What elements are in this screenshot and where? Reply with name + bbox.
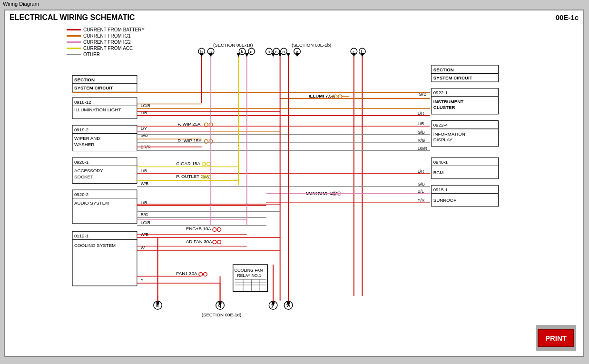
svg-marker-180: [286, 53, 290, 57]
svg-text:LG/R: LG/R: [418, 146, 427, 151]
svg-text:P. OUTLET 15A: P. OUTLET 15A: [176, 174, 209, 179]
svg-text:SOCKET: SOCKET: [74, 174, 93, 179]
svg-text:CIGAR 15A: CIGAR 15A: [176, 161, 200, 166]
svg-text:L/Y: L/Y: [141, 126, 147, 131]
svg-text:BCM: BCM: [433, 170, 444, 175]
svg-text:Y: Y: [141, 278, 144, 283]
svg-text:FAN1 30A: FAN1 30A: [176, 271, 197, 276]
svg-marker-178: [271, 53, 275, 57]
svg-point-149: [213, 240, 216, 244]
svg-text:n: n: [275, 49, 277, 54]
svg-text:o: o: [267, 49, 270, 54]
svg-text:L/R: L/R: [418, 169, 424, 174]
svg-text:AD FAN 30A: AD FAN 30A: [186, 239, 212, 244]
svg-text:0112-1: 0112-1: [74, 233, 88, 238]
svg-text:INFORMATION: INFORMATION: [433, 131, 465, 137]
svg-text:LG/R: LG/R: [141, 220, 150, 225]
svg-text:SUNROOF: SUNROOF: [433, 197, 457, 203]
svg-text:0920-2: 0920-2: [74, 192, 88, 197]
svg-marker-179: [278, 53, 282, 57]
svg-text:0919-2: 0919-2: [74, 127, 88, 132]
svg-text:SYSTEM CIRCUIT: SYSTEM CIRCUIT: [433, 75, 472, 80]
svg-text:G/B: G/B: [419, 91, 427, 97]
svg-text:SYSTEM CIRCUIT: SYSTEM CIRCUIT: [74, 85, 113, 90]
svg-text:ILLUMINATION LIGHT: ILLUMINATION LIGHT: [74, 107, 121, 112]
svg-marker-182: [352, 53, 356, 57]
svg-text:L/B: L/B: [141, 168, 147, 173]
svg-point-119: [202, 162, 206, 166]
print-button[interactable]: PRINT: [538, 329, 574, 347]
svg-text:W/B: W/B: [141, 181, 149, 186]
svg-text:SECTION: SECTION: [433, 67, 454, 72]
svg-text:WIPER AND: WIPER AND: [74, 136, 100, 141]
svg-text:0920-1: 0920-1: [74, 159, 88, 165]
svg-text:SUNROOF 20A: SUNROOF 20A: [306, 190, 339, 196]
svg-text:AUDIO SYSTEM: AUDIO SYSTEM: [74, 200, 109, 206]
svg-text:SECTION: SECTION: [74, 77, 95, 82]
svg-point-145: [217, 228, 221, 232]
svg-marker-175: [209, 53, 213, 57]
svg-point-155: [204, 273, 207, 276]
page-title-text: Wiring Diagram: [3, 1, 39, 7]
svg-text:(SECTION 00E-1b): (SECTION 00E-1b): [292, 42, 331, 48]
svg-text:ACCESSORY: ACCESSORY: [74, 168, 103, 173]
svg-text:DISPLAY: DISPLAY: [433, 137, 453, 142]
svg-text:WASHER: WASHER: [74, 142, 94, 147]
svg-text:COOLING FAN: COOLING FAN: [235, 268, 263, 273]
svg-text:B/L: B/L: [418, 189, 424, 194]
svg-text:ILLUMI 7.5A: ILLUMI 7.5A: [309, 93, 335, 98]
svg-point-154: [199, 273, 203, 276]
svg-text:c: c: [250, 49, 253, 54]
svg-marker-176: [236, 53, 240, 57]
svg-text:L/R: L/R: [418, 111, 424, 116]
svg-text:0940-1: 0940-1: [433, 159, 448, 165]
svg-marker-183: [360, 53, 364, 57]
svg-text:INSTRUMENT: INSTRUMENT: [433, 99, 464, 104]
wiring-diagram-svg: SECTION SYSTEM CIRCUIT 0918-12 ILLUMINAT…: [5, 20, 514, 329]
svg-text:R/G: R/G: [418, 138, 425, 143]
svg-text:p: p: [283, 49, 285, 54]
svg-marker-181: [295, 53, 299, 57]
svg-text:(SECTION 00E-1a): (SECTION 00E-1a): [213, 42, 253, 48]
svg-marker-174: [200, 53, 204, 57]
svg-point-144: [213, 228, 216, 232]
page-number: 00E-1c: [556, 13, 579, 21]
svg-text:Y/R: Y/R: [418, 198, 425, 203]
svg-text:0918-12: 0918-12: [74, 99, 91, 105]
svg-text:G/B: G/B: [418, 182, 425, 187]
diagram-wrapper: ELECTRICAL WIRING SCHEMATIC 00E-1c CURRE…: [4, 10, 584, 357]
svg-point-150: [217, 240, 221, 244]
svg-text:(SECTION 00E-1d): (SECTION 00E-1d): [202, 312, 241, 317]
svg-text:0922-1: 0922-1: [433, 90, 448, 95]
svg-point-120: [206, 162, 210, 166]
svg-text:ENG+B 10A: ENG+B 10A: [186, 226, 212, 231]
svg-text:COOLING SYSTEM: COOLING SYSTEM: [74, 243, 116, 248]
svg-text:RELAY NO.1: RELAY NO.1: [237, 273, 261, 278]
svg-text:CLUSTER: CLUSTER: [433, 105, 455, 110]
svg-text:R/G: R/G: [141, 212, 148, 217]
wiring-diagram-label: Wiring Diagram: [0, 0, 42, 8]
svg-text:0915-1: 0915-1: [433, 187, 448, 192]
svg-text:k: k: [241, 49, 243, 54]
svg-marker-177: [245, 53, 249, 57]
svg-text:L/R: L/R: [418, 121, 424, 126]
print-area: PRINT: [536, 325, 576, 351]
svg-text:0922-4: 0922-4: [433, 122, 448, 128]
svg-text:G/B: G/B: [418, 130, 425, 135]
svg-text:G/B: G/B: [141, 133, 148, 138]
